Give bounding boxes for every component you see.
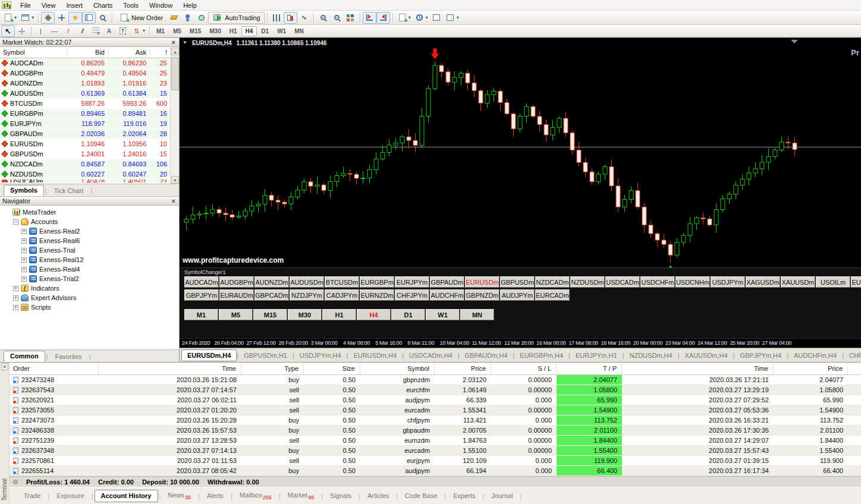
symbol-button-gbpjpym[interactable]: GBPJPYm [184, 289, 219, 301]
market-watch-row[interactable]: USDCADm1.404781.4050123 [0, 179, 170, 183]
menu-file[interactable]: File [15, 1, 36, 10]
strategy-tester-toggle[interactable] [96, 12, 109, 24]
terminal-tab-experts[interactable]: Experts [447, 490, 481, 502]
signals-button[interactable] [194, 12, 208, 24]
terminal-close-icon[interactable]: × [1, 363, 8, 370]
new-chart-button[interactable]: +▾ [1, 12, 18, 24]
symbol-button-audusdm[interactable]: AUDUSDm [290, 276, 324, 288]
market-watch-row[interactable]: NZDUSDm0.602270.6024720 [0, 169, 170, 179]
history-column-sl[interactable]: S / L [491, 363, 557, 374]
symbol-button-gbpaudm[interactable]: GBPAUDm [430, 276, 464, 288]
tree-item-exness-real12[interactable]: +Exness-Real12 [2, 255, 179, 264]
collapse-icon[interactable]: − [13, 219, 18, 225]
symbol-button-audgbpm[interactable]: AUDGBPm [219, 276, 254, 288]
menu-insert[interactable]: Insert [61, 1, 88, 10]
symbol-button-btcusdm[interactable]: BTCUSDm [325, 276, 359, 288]
auto-scroll-button[interactable] [363, 12, 376, 24]
terminal-tab-signals[interactable]: Signals [324, 490, 357, 502]
terminal-tab-alerts[interactable]: Alerts [201, 490, 230, 502]
sc-timeframe-h1[interactable]: H1 [322, 309, 356, 320]
chart-canvas[interactable]: ▼ EURUSDm,H4 1.11361 1.11380 1.10865 1.1… [180, 37, 861, 338]
expand-icon[interactable]: + [21, 238, 27, 244]
timeframe-d1[interactable]: D1 [257, 26, 273, 36]
terminal-tab-exposure[interactable]: Exposure [51, 490, 90, 502]
column-ask[interactable]: Ask [108, 49, 150, 56]
symbol-button-usoilm[interactable]: USOILm [816, 276, 850, 288]
column-symbol[interactable]: Symbol [0, 49, 67, 56]
column-bid[interactable]: Bid [67, 49, 108, 56]
chart-shift-button[interactable] [376, 12, 390, 24]
symbol-button-eurgbpm[interactable]: EURGBPm [360, 276, 394, 288]
history-row[interactable]: 2324730732020.03.26 15:20:28buy0.50chfjp… [10, 415, 861, 426]
terminal-tab-news[interactable]: News36 [162, 490, 197, 503]
symbol-button-xagusdm[interactable]: XAGUSDm [746, 276, 780, 288]
history-row[interactable]: 2326209212020.03.27 06:02:11sell0.50audj… [10, 395, 861, 405]
timeframe-m15[interactable]: M15 [186, 26, 205, 36]
market-watch-row[interactable]: GBPUSDm1.240011.2401615 [0, 149, 170, 159]
terminal-tab-journal[interactable]: Journal [485, 490, 519, 502]
tree-item-exness-real6[interactable]: +Exness-Real6 [2, 236, 179, 245]
timeframe-h1[interactable]: H1 [225, 26, 241, 36]
trendline-tool[interactable]: / [61, 25, 75, 37]
symbol-button-eurnzdm[interactable]: EURNZDm [360, 289, 394, 301]
navigator-toggle[interactable]: ★ [68, 12, 82, 24]
tree-item-exness-trial2[interactable]: +Exness-Trial2 [2, 274, 179, 284]
crosshair-tool[interactable] [15, 25, 29, 37]
tree-item-expert-advisors[interactable]: +Expert Advisors [2, 293, 179, 303]
chart-tab-9[interactable]: XAUUSDm,H4 [679, 350, 733, 361]
sc-timeframe-m30[interactable]: M30 [288, 309, 322, 320]
bar-chart-button[interactable] [270, 12, 284, 24]
history-column-tp[interactable]: T / P [557, 363, 622, 374]
scroll-down-icon[interactable]: ▼ [171, 176, 179, 184]
chart-tab-8[interactable]: NZDUSDm,H4 [624, 350, 678, 361]
symbol-button-nzdusdm[interactable]: NZDUSDm [570, 276, 605, 288]
expand-icon[interactable]: + [21, 267, 27, 272]
history-row[interactable]: 2325708612020.03.27 01:11:53sell0.50eurj… [10, 456, 861, 466]
timeframe-m1[interactable]: M1 [152, 26, 169, 36]
cursor-tool[interactable]: ↖ [1, 25, 15, 37]
symbol-button-eurcadm[interactable]: EURCADm [535, 289, 570, 301]
sc-timeframe-d1[interactable]: D1 [391, 309, 425, 320]
history-column-time[interactable]: Time [622, 363, 774, 374]
symbol-button-usdjpym[interactable]: USDJPYm [711, 276, 745, 288]
scroll-up-icon[interactable]: ▲ [171, 48, 179, 55]
symbol-button-usdcnhm[interactable]: USDCNHm [675, 276, 710, 288]
tree-item-metatrader[interactable]: MetaTrader [2, 207, 179, 217]
market-watch-row[interactable]: EURJPYm118.997119.01619 [0, 119, 170, 129]
market-watch-tab-tick-chart[interactable]: Tick Chart [48, 186, 90, 196]
market-watch-row[interactable]: EURUSDm1.109461.1095610 [0, 139, 170, 149]
timeframe-mn[interactable]: MN [290, 26, 308, 36]
channel-tool[interactable]: // [75, 25, 89, 37]
chart-tab-3[interactable]: EURUSDm,H4 [348, 350, 402, 361]
history-row[interactable]: 2324732482020.03.26 15:21:08buy0.50gbpnz… [10, 375, 861, 385]
navigator-close-icon[interactable]: × [171, 198, 177, 204]
chart-tab-1[interactable]: GBPUSDm,H1 [238, 350, 293, 361]
market-watch-scrollbar[interactable]: ▲ ▼ [170, 48, 179, 184]
menu-view[interactable]: View [36, 1, 61, 10]
symbol-button-chfjpym[interactable]: CHFJPYm [395, 289, 429, 301]
fibonacci-tool[interactable] [89, 25, 102, 37]
symbol-button-audchfm[interactable]: AUDCHFm [430, 289, 464, 301]
indicators-button[interactable]: +▾ [395, 12, 413, 24]
menu-window[interactable]: Window [144, 1, 178, 10]
history-row[interactable]: 2326551142020.03.27 08:05:42buy0.50audjp… [10, 466, 861, 476]
market-watch-row[interactable]: AUDNZDm1.018931.0191623 [0, 78, 170, 89]
expand-icon[interactable]: + [13, 295, 18, 301]
chart-tab-12[interactable]: CHFJPYm,H1 [844, 350, 861, 361]
layouts-button[interactable]: ▾ [444, 12, 461, 24]
terminal-tab-account-history[interactable]: Account History [95, 490, 158, 502]
chart-menu-icon[interactable]: ▼ [183, 40, 187, 46]
terminal-tab-market[interactable]: Market98 [282, 490, 320, 503]
symbol-button-audjpym[interactable]: AUDJPYm [500, 289, 535, 301]
history-column-price[interactable]: Price [774, 363, 848, 374]
history-row[interactable]: 2326375432020.03.27 07:14:57sell0.50eurc… [10, 385, 861, 395]
chart-tab-7[interactable]: EURJPYm,H1 [570, 350, 623, 361]
expand-icon[interactable]: + [21, 229, 27, 234]
timeframe-m30[interactable]: M30 [205, 26, 225, 36]
vertical-line-tool[interactable]: | [34, 25, 48, 37]
data-window-toggle[interactable] [55, 12, 68, 24]
shapes-tool[interactable]: ⇅▾ [130, 25, 147, 37]
tile-windows-button[interactable] [344, 12, 357, 24]
symbol-button-audcadm[interactable]: AUDCADm [184, 276, 219, 288]
expand-icon[interactable]: + [21, 257, 27, 263]
